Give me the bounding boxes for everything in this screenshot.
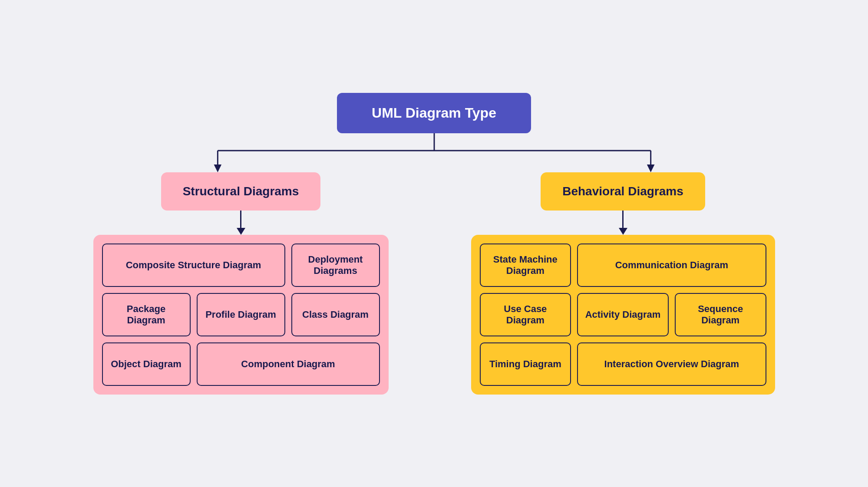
communication-cell: Communication Diagram	[577, 244, 766, 287]
svg-marker-5	[647, 165, 654, 172]
behavioral-label: Behavioral Diagrams	[562, 184, 683, 198]
composite-structure-cell: Composite Structure Diagram	[102, 244, 285, 287]
arrow-head-b	[619, 228, 627, 235]
structural-grid: Composite Structure Diagram Deployment D…	[93, 235, 389, 395]
left-branch: Structural Diagrams Composite Structure …	[93, 172, 389, 395]
diagram-container: UML Diagram Type Structural Diagrams	[43, 76, 825, 412]
arrow-line	[240, 211, 241, 228]
object-cell: Object Diagram	[102, 342, 191, 386]
behavioral-node: Behavioral Diagrams	[541, 172, 705, 211]
structural-node: Structural Diagrams	[161, 172, 321, 211]
use-case-cell: Use Case Diagram	[480, 293, 571, 336]
timing-cell: Timing Diagram	[480, 342, 571, 386]
state-machine-cell: State Machine Diagram	[480, 244, 571, 287]
arrow-line-b	[622, 211, 624, 228]
svg-marker-4	[214, 165, 221, 172]
arrow-head	[237, 228, 245, 235]
class-cell: Class Diagram	[291, 293, 380, 336]
deployment-cell: Deployment Diagrams	[291, 244, 380, 287]
behavioral-arrow	[619, 211, 627, 235]
behavioral-grid: State Machine Diagram Communication Diag…	[471, 235, 775, 395]
structural-arrow	[237, 211, 245, 235]
sequence-cell: Sequence Diagram	[675, 293, 766, 336]
main-content: Structural Diagrams Composite Structure …	[52, 172, 816, 395]
package-cell: Package Diagram	[102, 293, 191, 336]
right-branch: Behavioral Diagrams State Machine Diagra…	[471, 172, 775, 395]
root-label: UML Diagram Type	[372, 105, 496, 121]
connector-svg	[52, 133, 816, 172]
top-connector	[52, 133, 816, 172]
root-node: UML Diagram Type	[337, 93, 531, 133]
interaction-overview-cell: Interaction Overview Diagram	[577, 342, 766, 386]
component-cell: Component Diagram	[197, 342, 380, 386]
profile-cell: Profile Diagram	[197, 293, 285, 336]
activity-cell: Activity Diagram	[577, 293, 669, 336]
structural-label: Structural Diagrams	[183, 184, 299, 198]
